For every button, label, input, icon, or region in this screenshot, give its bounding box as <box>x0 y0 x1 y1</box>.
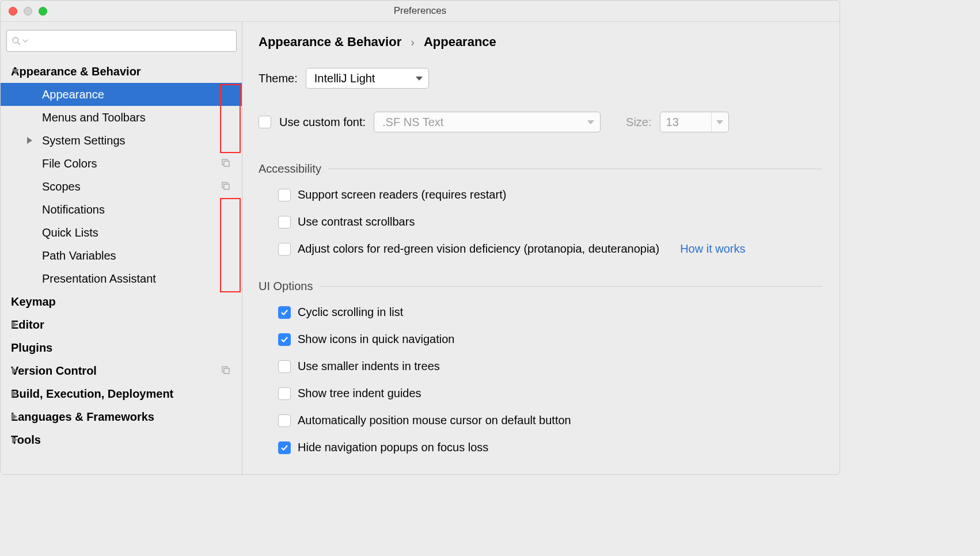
sidebar: Appearance & BehaviorAppearanceMenus and… <box>1 22 242 474</box>
font-size-dropdown[interactable]: 13 <box>660 112 729 132</box>
checkbox-label: Hide navigation popups on focus loss <box>298 441 488 454</box>
svg-point-0 <box>13 37 18 43</box>
section-title-ui-options: UI Options <box>259 280 822 293</box>
preferences-window: Preferences Appearance & BehaviorAppeara… <box>0 0 840 475</box>
sidebar-item-label: Quick Lists <box>42 226 98 239</box>
checkbox-label: Use contrast scrollbars <box>298 215 415 229</box>
checkbox[interactable] <box>278 387 291 400</box>
checkbox-row: Hide navigation popups on focus loss <box>278 441 822 454</box>
breadcrumb-leaf: Appearance <box>424 35 496 49</box>
sidebar-item-languages-frameworks[interactable]: Languages & Frameworks <box>1 405 242 428</box>
disclosure-right-icon[interactable] <box>12 413 17 420</box>
sidebar-item-build-execution-deployment[interactable]: Build, Execution, Deployment <box>1 382 242 405</box>
size-label: Size: <box>626 116 651 129</box>
checkbox[interactable] <box>278 306 291 319</box>
sidebar-item-label: Appearance <box>42 88 104 101</box>
close-window-button[interactable] <box>9 7 17 16</box>
checkbox-row: Use contrast scrollbars <box>278 215 822 229</box>
main-panel: Appearance & Behavior › Appearance Theme… <box>242 22 840 474</box>
sidebar-item-label: System Settings <box>42 134 126 147</box>
checkbox-row: Use smaller indents in trees <box>278 360 822 373</box>
checkbox-label: Show icons in quick navigation <box>298 333 454 346</box>
disclosure-right-icon[interactable] <box>12 436 17 443</box>
breadcrumb-separator: › <box>411 36 415 49</box>
use-custom-font-label: Use custom font: <box>279 116 366 129</box>
traffic-lights <box>9 7 47 16</box>
section-rule <box>320 286 822 287</box>
checkbox-row: Automatically position mouse cursor on d… <box>278 414 822 427</box>
chevron-down-icon <box>587 120 594 124</box>
window-title: Preferences <box>1 5 840 17</box>
checkbox-label: Support screen readers (requires restart… <box>298 188 506 201</box>
breadcrumb-root: Appearance & Behavior <box>259 35 401 49</box>
font-value: .SF NS Text <box>382 116 443 129</box>
section-rule <box>328 169 822 169</box>
sidebar-item-label: File Colors <box>42 157 97 170</box>
sidebar-item-label: Keymap <box>11 295 56 309</box>
use-custom-font-checkbox[interactable] <box>259 116 271 128</box>
disclosure-right-icon[interactable] <box>12 321 17 328</box>
sidebar-item-label: Notifications <box>42 203 105 216</box>
search-input[interactable] <box>6 30 237 52</box>
sidebar-item-plugins[interactable]: Plugins <box>1 336 242 359</box>
checkbox-label: Cyclic scrolling in list <box>298 306 403 319</box>
sidebar-item-tools[interactable]: Tools <box>1 428 242 451</box>
sidebar-item-label: Presentation Assistant <box>42 272 156 285</box>
section-label: UI Options <box>259 280 313 293</box>
sidebar-item-editor[interactable]: Editor <box>1 313 242 336</box>
sidebar-item-label: Menus and Toolbars <box>42 111 146 124</box>
sidebar-item-label: Scopes <box>42 180 81 193</box>
disclosure-right-icon[interactable] <box>12 367 17 374</box>
sidebar-item-menus-and-toolbars[interactable]: Menus and Toolbars <box>1 106 242 129</box>
checkbox-row: Adjust colors for red-green vision defic… <box>278 242 822 256</box>
minimize-window-button[interactable] <box>24 7 32 16</box>
project-level-icon <box>221 157 230 170</box>
checkbox[interactable] <box>278 216 291 229</box>
chevron-down-icon <box>416 77 423 81</box>
checkbox-label: Automatically position mouse cursor on d… <box>298 414 571 427</box>
theme-dropdown[interactable]: IntelliJ Light <box>306 68 429 89</box>
theme-label: Theme: <box>259 72 298 85</box>
help-link[interactable]: How it works <box>680 242 745 256</box>
project-level-icon <box>221 180 230 193</box>
disclosure-right-icon[interactable] <box>12 390 17 397</box>
font-row: Use custom font: .SF NS Text Size: 13 <box>259 112 822 132</box>
sidebar-item-label: Appearance & Behavior <box>11 65 141 78</box>
sidebar-item-appearance-behavior[interactable]: Appearance & Behavior <box>1 60 242 83</box>
sidebar-item-version-control[interactable]: Version Control <box>1 359 242 382</box>
font-size-value: 13 <box>666 116 694 129</box>
sidebar-item-keymap[interactable]: Keymap <box>1 290 242 313</box>
checkbox[interactable] <box>278 333 291 346</box>
disclosure-down-icon[interactable] <box>12 69 19 74</box>
checkbox[interactable] <box>278 441 291 454</box>
sidebar-item-file-colors[interactable]: File Colors <box>1 152 242 175</box>
sidebar-item-appearance[interactable]: Appearance <box>1 83 242 106</box>
sidebar-item-quick-lists[interactable]: Quick Lists <box>1 221 242 244</box>
checkbox[interactable] <box>278 189 291 201</box>
svg-rect-5 <box>224 184 229 189</box>
checkbox-label: Use smaller indents in trees <box>298 360 440 373</box>
breadcrumb: Appearance & Behavior › Appearance <box>259 35 822 49</box>
section-title-accessibility: Accessibility <box>259 162 822 176</box>
sidebar-item-label: Build, Execution, Deployment <box>11 387 173 401</box>
sidebar-item-system-settings[interactable]: System Settings <box>1 129 242 152</box>
sidebar-item-notifications[interactable]: Notifications <box>1 198 242 221</box>
zoom-window-button[interactable] <box>39 7 47 16</box>
svg-line-1 <box>18 42 20 44</box>
font-dropdown[interactable]: .SF NS Text <box>374 112 601 132</box>
disclosure-right-icon[interactable] <box>27 137 32 144</box>
checkbox-label: Show tree indent guides <box>298 387 421 400</box>
titlebar: Preferences <box>1 1 840 21</box>
section-label: Accessibility <box>259 162 321 176</box>
sidebar-item-scopes[interactable]: Scopes <box>1 175 242 198</box>
content-area: Appearance & BehaviorAppearanceMenus and… <box>1 21 840 474</box>
settings-tree: Appearance & BehaviorAppearanceMenus and… <box>1 60 242 474</box>
svg-rect-3 <box>224 161 229 166</box>
checkbox[interactable] <box>278 414 291 427</box>
checkbox[interactable] <box>278 360 291 373</box>
sidebar-item-presentation-assistant[interactable]: Presentation Assistant <box>1 267 242 290</box>
accessibility-section: Support screen readers (requires restart… <box>259 188 822 256</box>
theme-value: IntelliJ Light <box>314 72 375 85</box>
checkbox[interactable] <box>278 243 291 256</box>
sidebar-item-path-variables[interactable]: Path Variables <box>1 244 242 267</box>
